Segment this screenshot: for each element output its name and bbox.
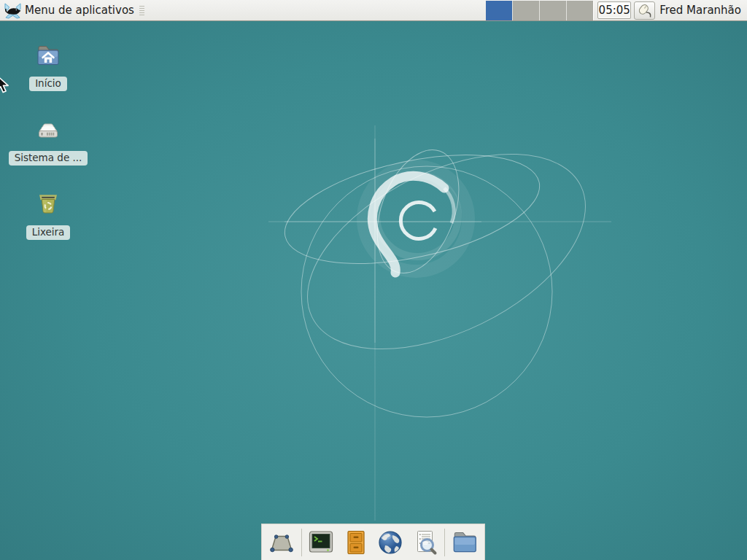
user-menu[interactable]: Fred Maranhão — [659, 4, 741, 17]
applications-menu-button[interactable]: Menu de aplicativos — [0, 0, 137, 20]
show-desktop-icon — [266, 528, 298, 557]
application-finder-button[interactable] — [408, 526, 443, 559]
terminal-button[interactable] — [303, 526, 338, 559]
workspace-switcher — [486, 1, 594, 20]
filesystem-drive-icon — [33, 115, 63, 147]
desktop-icon-label: Lixeira — [26, 225, 71, 240]
desktop-icon-label: Sistema de ... — [9, 151, 88, 166]
xfce-logo-icon — [4, 2, 21, 19]
desktop-icon-trash[interactable]: Lixeira — [4, 190, 92, 240]
file-cabinet-icon — [341, 529, 371, 556]
workspace-3[interactable] — [540, 1, 566, 20]
directory-menu-icon — [449, 528, 481, 557]
show-desktop-button[interactable] — [264, 526, 299, 559]
debian-wallpaper-artwork — [0, 0, 747, 560]
directory-menu-button[interactable] — [447, 526, 482, 559]
application-finder-icon — [411, 529, 440, 556]
applications-menu-label: Menu de aplicativos — [25, 4, 134, 17]
web-browser-button[interactable] — [373, 526, 408, 559]
workspace-2[interactable] — [513, 1, 539, 20]
terminal-icon — [306, 529, 336, 556]
web-browser-icon — [376, 529, 405, 556]
workspace-1[interactable] — [486, 1, 512, 20]
desktop-icon-filesystem[interactable]: Sistema de ... — [4, 115, 92, 166]
trash-icon — [33, 190, 63, 222]
dock-separator — [301, 529, 302, 556]
bottom-dock — [261, 524, 485, 560]
workspace-4[interactable] — [567, 1, 593, 20]
desktop-icon-home[interactable]: Início — [4, 41, 92, 91]
desktop-icon-label: Início — [29, 77, 67, 91]
mouse-device-icon — [636, 2, 654, 18]
file-manager-button[interactable] — [338, 526, 374, 559]
home-folder-icon — [33, 41, 63, 73]
panel-separator-handle — [139, 6, 144, 15]
mouse-settings-button[interactable] — [634, 1, 655, 20]
desktop-screen: Menu de aplicativos 05:05 Fred Maranhão — [0, 0, 747, 560]
dock-separator — [444, 529, 445, 556]
clock-widget[interactable]: 05:05 — [597, 1, 631, 19]
top-panel: Menu de aplicativos 05:05 Fred Maranhão — [0, 0, 747, 21]
